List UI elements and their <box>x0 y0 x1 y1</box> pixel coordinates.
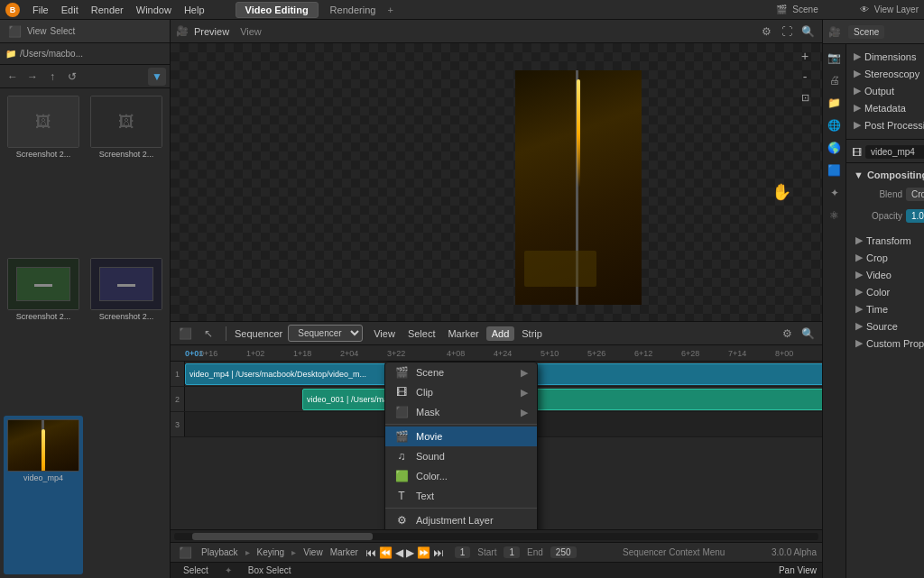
compositing-triangle: ▼ <box>854 170 864 180</box>
menu-edit[interactable]: Edit <box>56 3 84 17</box>
timeline-view-menu[interactable]: View <box>368 326 401 341</box>
status-box-select[interactable]: Box Select <box>241 565 299 575</box>
right-panel-content: 📷 🖨 📁 🌐 🌎 🟦 ✦ ⚛ ▶ Dimensions <box>823 44 924 578</box>
timeline-type-icon[interactable]: ⬛ <box>176 325 194 343</box>
dimensions-label: Dimensions <box>864 51 916 62</box>
ruler-mark: 0+16 <box>199 349 246 358</box>
keying-menu[interactable]: Keying <box>257 547 285 557</box>
compositing-title[interactable]: ▼ Compositing <box>850 167 924 183</box>
marker-menu[interactable]: Marker <box>330 547 358 557</box>
clip-video-001[interactable]: video_001 | /Users/macbook/Desktop/video… <box>302 389 822 410</box>
output-section[interactable]: ▶ Output <box>850 82 924 99</box>
file-item-screenshot3[interactable]: ▬▬ Screenshot 2... <box>4 254 83 413</box>
tab-rendering[interactable]: Rendering <box>321 3 385 17</box>
timeline-add-menu[interactable]: Add <box>486 326 515 341</box>
next-frame-button[interactable]: ⏩ <box>417 546 430 559</box>
status-select[interactable]: Select <box>176 565 216 575</box>
preview-fullscreen-icon[interactable]: ⛶ <box>778 23 796 41</box>
menu-item-adjustment[interactable]: ⚙ Adjustment Layer <box>385 510 537 529</box>
menu-file[interactable]: File <box>27 3 54 17</box>
post-processing-section[interactable]: ▶ Post Processing <box>850 116 924 133</box>
timeline-scrollbar[interactable] <box>171 529 822 542</box>
menu-item-mask[interactable]: ⬛ Mask ▶ <box>385 402 537 422</box>
physics-icon[interactable]: ⚛ <box>825 206 845 225</box>
opacity-slider[interactable]: 1.000 <box>906 209 924 223</box>
scene-properties-icon[interactable]: 🌐 <box>825 115 845 135</box>
file-item-screenshot1[interactable]: 🖼 Screenshot 2... <box>4 92 83 251</box>
menu-item-color[interactable]: 🟩 Color... <box>385 466 537 486</box>
jump-end-button[interactable]: ⏭ <box>433 546 444 559</box>
preview-zoom-icon[interactable]: 🔍 <box>799 23 817 41</box>
zoom-out-icon[interactable]: - <box>796 68 814 86</box>
view-menu-bottom[interactable]: View <box>303 547 323 557</box>
select-menu-left[interactable]: Select <box>51 26 76 36</box>
frame-current[interactable]: 1 <box>455 546 471 558</box>
file-item-video[interactable]: video_mp4 <box>4 416 83 574</box>
play-reverse-button[interactable]: ◀ <box>395 546 403 559</box>
blender-logo[interactable]: B <box>5 3 20 17</box>
timeline-tool-icon[interactable]: ↖ <box>199 325 217 343</box>
timeline-menu: View Select Marker Add Strip <box>368 326 548 341</box>
frame-start[interactable]: 1 <box>504 546 520 558</box>
view-layer-icon[interactable]: 📁 <box>825 93 845 113</box>
bottom-bar: ⬛ Playback ▸ Keying ▸ View Marker ⏮ ⏪ ◀ … <box>171 542 822 562</box>
forward-button[interactable]: → <box>23 68 42 86</box>
video-section[interactable]: ▶ Video <box>850 266 924 283</box>
view-menu[interactable]: View <box>27 26 47 36</box>
hand-tool-icon[interactable]: ✋ <box>772 182 791 202</box>
strip-name-field[interactable]: video_mp4 <box>865 145 924 159</box>
frame-end[interactable]: 250 <box>550 546 577 558</box>
jump-start-button[interactable]: ⏮ <box>365 546 376 559</box>
menu-item-text[interactable]: T Text <box>385 486 537 506</box>
up-button[interactable]: ↑ <box>43 68 61 86</box>
transform-section[interactable]: ▶ Transform <box>850 232 924 249</box>
prev-frame-button[interactable]: ⏪ <box>379 546 393 559</box>
menu-item-clip[interactable]: 🎞 Clip ▶ <box>385 382 537 402</box>
file-item-screenshot4[interactable]: ▬▬ Screenshot 2... <box>87 254 166 413</box>
preview-right-toolbar: + - ⊡ <box>793 43 817 321</box>
menu-item-scene[interactable]: 🎬 Scene ▶ <box>385 362 537 382</box>
menu-item-sound[interactable]: ♫ Sound <box>385 446 537 466</box>
timeline-select-menu[interactable]: Select <box>402 326 441 341</box>
timeline-marker-menu[interactable]: Marker <box>442 326 484 341</box>
color-section[interactable]: ▶ Color <box>850 283 924 300</box>
menu-render[interactable]: Render <box>86 3 129 17</box>
header-icon: ⬛ <box>5 23 23 41</box>
timeline-snap-icon[interactable]: 🔍 <box>799 325 817 343</box>
time-section[interactable]: ▶ Time <box>850 300 924 317</box>
menu-window[interactable]: Window <box>131 3 177 17</box>
menu-help[interactable]: Help <box>179 3 210 17</box>
menu-item-movie[interactable]: 🎬 Movie <box>385 427 537 446</box>
sequencer-dropdown[interactable]: Sequencer <box>288 325 363 342</box>
filter-button[interactable]: ▼ <box>148 68 166 86</box>
tab-video-editing[interactable]: Video Editing <box>236 2 319 18</box>
crop-section[interactable]: ▶ Crop <box>850 249 924 266</box>
refresh-button[interactable]: ↺ <box>63 68 81 86</box>
particles-icon[interactable]: ✦ <box>825 183 845 203</box>
preview-settings-icon[interactable]: ⚙ <box>757 23 775 41</box>
play-button[interactable]: ▶ <box>406 546 414 559</box>
stereoscopy-section[interactable]: ▶ Stereoscopy <box>850 65 924 82</box>
world-properties-icon[interactable]: 🌎 <box>825 138 845 158</box>
object-properties-icon[interactable]: 🟦 <box>825 161 845 180</box>
back-button[interactable]: ← <box>4 68 22 86</box>
dimensions-section[interactable]: ▶ Dimensions <box>850 48 924 65</box>
file-item-screenshot2[interactable]: 🖼 Screenshot 2... <box>87 92 166 251</box>
bottom-type-icon[interactable]: ⬛ <box>176 544 194 562</box>
file-toolbar: ← → ↑ ↺ ▼ <box>0 65 170 88</box>
playback-menu[interactable]: Playback <box>201 547 238 557</box>
custom-props-section[interactable]: ▶ Custom Properties <box>850 335 924 352</box>
add-menu-dropdown: 🎬 Scene ▶ 🎞 Clip ▶ ⬛ Mask ▶ <box>384 362 538 529</box>
timeline-settings-icon[interactable]: ⚙ <box>778 325 796 343</box>
scrollbar-thumb[interactable] <box>192 533 373 540</box>
time-collapse-icon: ▶ <box>855 303 863 315</box>
zoom-in-icon[interactable]: + <box>796 47 814 65</box>
render-properties-icon[interactable]: 📷 <box>825 48 845 68</box>
blend-select[interactable]: Cross ▼ <box>906 188 924 201</box>
metadata-section[interactable]: ▶ Metadata <box>850 99 924 116</box>
timeline-strip-menu[interactable]: Strip <box>516 326 548 341</box>
source-section[interactable]: ▶ Source <box>850 317 924 335</box>
add-tab-button[interactable]: + <box>387 5 393 15</box>
output-properties-icon[interactable]: 🖨 <box>825 70 845 90</box>
fit-view-icon[interactable]: ⊡ <box>796 88 814 106</box>
